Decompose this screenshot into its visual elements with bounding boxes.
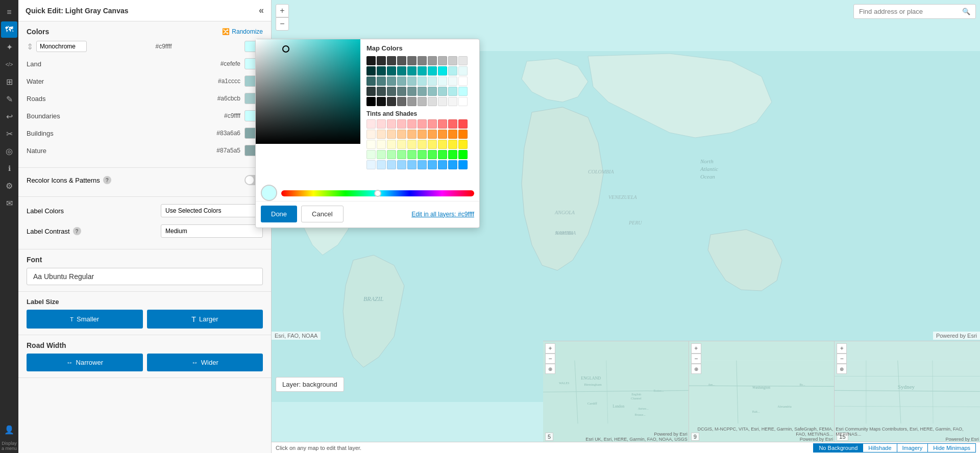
tint-color-swatch-25[interactable] (418, 140, 427, 149)
sidebar-icon-cut[interactable]: ✂ (1, 125, 17, 142)
map-color-swatch-2[interactable] (387, 56, 396, 65)
label-contrast-select[interactable]: Medium (161, 224, 263, 238)
map-color-swatch-14[interactable] (407, 66, 416, 76)
sidebar-icon-publish[interactable]: ◎ (1, 143, 17, 159)
map-color-swatch-34[interactable] (407, 87, 416, 96)
mini-zoom-locate-sydney[interactable]: ⊕ (837, 364, 847, 374)
tint-color-swatch-13[interactable] (397, 130, 406, 139)
tint-color-swatch-10[interactable] (366, 130, 376, 139)
mini-map-sydney[interactable]: Sydney + − ⊕ 15 Esri Community Maps Cont… (835, 341, 980, 443)
tint-color-swatch-0[interactable] (366, 119, 376, 129)
mini-zoom-out-sydney[interactable]: − (837, 354, 847, 364)
tint-color-swatch-36[interactable] (428, 150, 437, 159)
map-color-swatch-12[interactable] (387, 66, 396, 76)
map-color-swatch-36[interactable] (428, 87, 437, 96)
map-color-swatch-25[interactable] (418, 77, 427, 86)
map-color-swatch-41[interactable] (377, 97, 386, 106)
wider-button[interactable]: ↔ Wider (147, 354, 263, 371)
tint-color-swatch-8[interactable] (448, 119, 457, 129)
tint-color-swatch-3[interactable] (397, 119, 406, 129)
tint-color-swatch-15[interactable] (418, 130, 427, 139)
map-color-swatch-20[interactable] (366, 77, 376, 86)
map-color-swatch-18[interactable] (448, 66, 457, 76)
tint-color-swatch-45[interactable] (418, 160, 427, 169)
mini-zoom-in-london[interactable]: + (545, 343, 555, 354)
tint-color-swatch-35[interactable] (418, 150, 427, 159)
map-color-swatch-49[interactable] (458, 97, 468, 106)
zoom-in-button[interactable]: + (276, 4, 289, 17)
tint-color-swatch-19[interactable] (458, 130, 468, 139)
map-color-swatch-8[interactable] (448, 56, 457, 65)
tint-color-swatch-41[interactable] (377, 160, 386, 169)
tint-color-swatch-16[interactable] (428, 130, 437, 139)
tint-color-swatch-28[interactable] (448, 140, 457, 149)
tint-color-swatch-20[interactable] (366, 140, 376, 149)
map-color-swatch-43[interactable] (397, 97, 406, 106)
bottom-tab-no-background[interactable]: No Background (813, 443, 863, 452)
tint-color-swatch-2[interactable] (387, 119, 396, 129)
tint-color-swatch-44[interactable] (407, 160, 416, 169)
tint-color-swatch-30[interactable] (366, 150, 376, 159)
tint-color-swatch-1[interactable] (377, 119, 386, 129)
tint-color-swatch-49[interactable] (458, 160, 468, 169)
tint-color-swatch-5[interactable] (418, 119, 427, 129)
mini-map-london[interactable]: ENGLAND Birmingham Cardiff London WALES … (543, 341, 689, 443)
monochrome-select[interactable]: Monochrome (36, 41, 87, 52)
tint-color-swatch-48[interactable] (448, 160, 457, 169)
tint-color-swatch-4[interactable] (407, 119, 416, 129)
map-color-swatch-35[interactable] (418, 87, 427, 96)
bottom-tab-hide-minimaps[interactable]: Hide Minimaps (927, 443, 976, 452)
label-colors-select[interactable]: Use Selected Colors (161, 204, 263, 217)
map-color-swatch-33[interactable] (397, 87, 406, 96)
map-color-swatch-22[interactable] (387, 77, 396, 86)
sidebar-icon-layers[interactable]: ⊞ (1, 73, 17, 90)
recolor-help-icon[interactable]: ? (103, 176, 111, 184)
tint-color-swatch-42[interactable] (387, 160, 396, 169)
tint-color-swatch-32[interactable] (387, 150, 396, 159)
mini-map-washington[interactable]: Washington Am... Alexandria Balt... Bo..… (689, 341, 835, 443)
tint-color-swatch-24[interactable] (407, 140, 416, 149)
tint-color-swatch-9[interactable] (458, 119, 468, 129)
bottom-tab-imagery[interactable]: Imagery (897, 443, 928, 452)
mini-zoom-in-sydney[interactable]: + (837, 343, 847, 354)
larger-button[interactable]: T Larger (147, 310, 263, 329)
tint-color-swatch-31[interactable] (377, 150, 386, 159)
tint-color-swatch-40[interactable] (366, 160, 376, 169)
map-color-swatch-26[interactable] (428, 77, 437, 86)
map-color-swatch-39[interactable] (458, 87, 468, 96)
sidebar-icon-info[interactable]: ℹ (1, 160, 17, 177)
map-color-swatch-13[interactable] (397, 66, 406, 76)
map-color-swatch-28[interactable] (448, 77, 457, 86)
map-color-swatch-7[interactable] (438, 56, 447, 65)
map-color-swatch-5[interactable] (418, 56, 427, 65)
map-color-swatch-32[interactable] (387, 87, 396, 96)
mini-zoom-locate-washington[interactable]: ⊕ (691, 364, 701, 374)
edit-all-layers-link[interactable]: Edit in all layers: #c9ffff (411, 206, 474, 222)
map-color-swatch-46[interactable] (428, 97, 437, 106)
map-color-swatch-10[interactable] (366, 66, 376, 76)
tint-color-swatch-17[interactable] (438, 130, 447, 139)
tint-color-swatch-47[interactable] (438, 160, 447, 169)
tint-color-swatch-39[interactable] (458, 150, 468, 159)
picker-gradient[interactable] (256, 39, 360, 144)
tint-color-swatch-27[interactable] (438, 140, 447, 149)
map-color-swatch-1[interactable] (377, 56, 386, 65)
sidebar-icon-styles[interactable]: ✦ (1, 39, 17, 55)
tint-color-swatch-46[interactable] (428, 160, 437, 169)
tint-color-swatch-23[interactable] (397, 140, 406, 149)
map-color-swatch-0[interactable] (366, 56, 376, 65)
label-contrast-help-icon[interactable]: ? (73, 227, 81, 235)
tint-color-swatch-43[interactable] (397, 160, 406, 169)
map-color-swatch-17[interactable] (438, 66, 447, 76)
map-color-swatch-9[interactable] (458, 56, 468, 65)
map-color-swatch-38[interactable] (448, 87, 457, 96)
tint-color-swatch-18[interactable] (448, 130, 457, 139)
mini-zoom-locate-london[interactable]: ⊕ (545, 364, 555, 374)
smaller-button[interactable]: T Smaller (27, 310, 143, 329)
search-input[interactable] (859, 8, 959, 15)
map-color-swatch-15[interactable] (418, 66, 427, 76)
map-color-swatch-3[interactable] (397, 56, 406, 65)
done-button[interactable]: Done (261, 206, 297, 222)
tint-color-swatch-6[interactable] (428, 119, 437, 129)
tint-color-swatch-7[interactable] (438, 119, 447, 129)
